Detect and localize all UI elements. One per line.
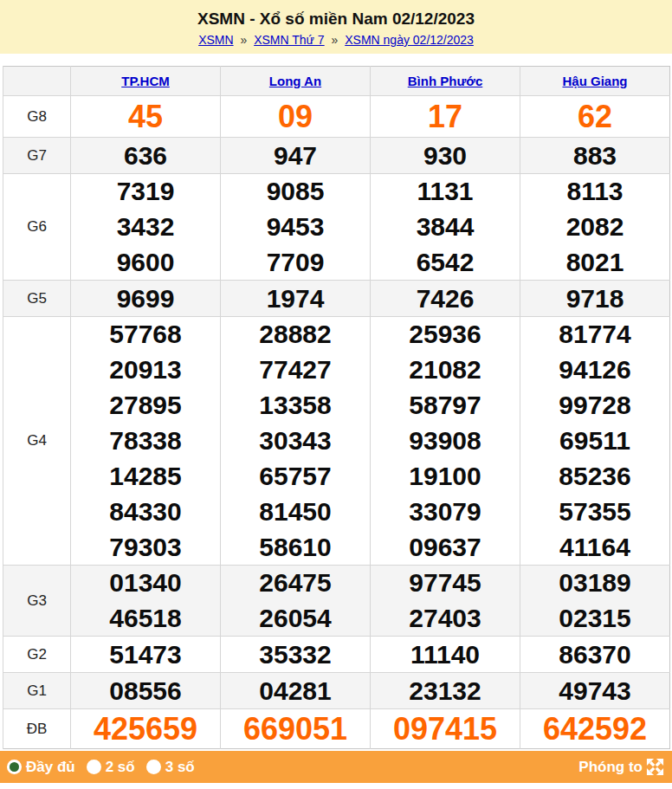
result-number: 930	[371, 138, 520, 174]
breadcrumb-link-xsmn-thu7[interactable]: XSMN Thứ 7	[254, 33, 324, 47]
result-number: 09637	[371, 530, 520, 566]
result-number: 93908	[371, 424, 520, 459]
result-number: 41164	[520, 530, 670, 566]
result-number: 7426	[371, 281, 520, 317]
result-number: 8113	[520, 174, 670, 210]
result-number: 46518	[71, 601, 221, 637]
result-number: 30343	[221, 424, 371, 459]
result-number: 7709	[221, 245, 371, 281]
result-number: 23132	[371, 673, 520, 709]
result-number: 62	[520, 96, 670, 138]
display-option-3so[interactable]: 3 số	[146, 759, 195, 776]
result-number: 425659	[71, 709, 221, 749]
header-banner: XSMN - Xổ số miền Nam 02/12/2023 XSMN » …	[0, 0, 672, 54]
prize-group-g8: G8 45 09 17 62	[3, 96, 670, 138]
result-number: 3844	[371, 210, 520, 245]
footer-bar: Đầy đủ 2 số 3 số Phóng to	[0, 751, 672, 783]
result-number: 65757	[221, 459, 371, 495]
prize-label: G7	[3, 138, 71, 174]
result-number: 7319	[71, 174, 221, 210]
result-number: 94126	[520, 352, 670, 388]
expand-icon	[645, 757, 665, 777]
prize-group-g4: G4 57768 28882 25936 81774 20913 77427 2…	[3, 317, 670, 566]
result-number: 81774	[520, 317, 670, 352]
result-number: 78338	[71, 424, 221, 459]
display-option-label: 2 số	[106, 759, 135, 776]
result-number: 51473	[71, 637, 221, 673]
result-number: 947	[221, 138, 371, 174]
result-number: 2082	[520, 210, 670, 245]
result-number: 14285	[71, 459, 221, 495]
breadcrumb-link-xsmn[interactable]: XSMN	[198, 33, 233, 47]
result-number: 9453	[221, 210, 371, 245]
radio-selected-icon[interactable]	[7, 760, 22, 774]
result-number: 11140	[371, 637, 520, 673]
result-number: 26475	[221, 566, 371, 601]
result-number: 9699	[71, 281, 221, 317]
prize-group-g3: G3 01340 26475 97745 03189 46518 26054 2…	[3, 566, 670, 637]
result-number: 8021	[520, 245, 670, 281]
prize-group-g5: G5 9699 1974 7426 9718	[3, 281, 670, 317]
prize-label: G4	[3, 317, 71, 566]
result-number: 57768	[71, 317, 221, 352]
result-number: 27895	[71, 388, 221, 424]
result-number: 28882	[221, 317, 371, 352]
result-number: 08556	[71, 673, 221, 709]
result-number: 1131	[371, 174, 520, 210]
display-option-label: Đầy đủ	[26, 759, 75, 776]
result-number: 79303	[71, 530, 221, 566]
prize-group-g1: G1 08556 04281 23132 49743	[3, 673, 670, 709]
result-number: 19100	[371, 459, 520, 495]
column-link-tphcm[interactable]: TP.HCM	[121, 74, 170, 88]
result-number: 81450	[221, 495, 371, 530]
column-link-haugiang[interactable]: Hậu Giang	[562, 74, 627, 88]
prize-label: G3	[3, 566, 71, 637]
prize-label: G5	[3, 281, 71, 317]
table-header-row: TP.HCM Long An Bình Phước Hậu Giang	[3, 67, 670, 96]
result-number: 17	[371, 96, 520, 138]
zoom-button[interactable]: Phóng to	[578, 757, 665, 777]
result-number: 097415	[371, 709, 520, 749]
result-number: 04281	[221, 673, 371, 709]
display-option-2so[interactable]: 2 số	[87, 759, 135, 776]
result-number: 97745	[371, 566, 520, 601]
column-link-binhphuoc[interactable]: Bình Phước	[408, 74, 483, 88]
result-number: 33079	[371, 495, 520, 530]
prize-group-g2: G2 51473 35332 11140 86370	[3, 637, 670, 673]
result-number: 57355	[520, 495, 670, 530]
result-number: 09	[221, 96, 371, 138]
prize-label: G2	[3, 637, 71, 673]
result-number: 20913	[71, 352, 221, 388]
radio-icon[interactable]	[146, 760, 161, 774]
result-number: 27403	[371, 601, 520, 637]
result-number: 1974	[221, 281, 371, 317]
result-number: 85236	[520, 459, 670, 495]
result-number: 77427	[221, 352, 371, 388]
result-number: 49743	[520, 673, 670, 709]
display-option-full[interactable]: Đầy đủ	[7, 759, 75, 776]
breadcrumb: XSMN » XSMN Thứ 7 » XSMN ngày 02/12/2023	[0, 33, 672, 47]
prize-label: ĐB	[3, 709, 71, 749]
breadcrumb-separator: »	[240, 33, 247, 47]
result-number: 02315	[520, 601, 670, 637]
result-number: 84330	[71, 495, 221, 530]
result-number: 45	[71, 96, 221, 138]
result-number: 35332	[221, 637, 371, 673]
breadcrumb-separator: »	[332, 33, 339, 47]
prize-group-db: ĐB 425659 669051 097415 642592	[3, 709, 670, 749]
result-number: 03189	[520, 566, 670, 601]
result-number: 6542	[371, 245, 520, 281]
result-number: 9718	[520, 281, 670, 317]
result-number: 669051	[221, 709, 371, 749]
column-link-longan[interactable]: Long An	[269, 74, 321, 88]
zoom-button-label: Phóng to	[578, 759, 643, 776]
result-number: 69511	[520, 424, 670, 459]
result-number: 13358	[221, 388, 371, 424]
result-number: 26054	[221, 601, 371, 637]
result-number: 86370	[520, 637, 670, 673]
breadcrumb-link-xsmn-date[interactable]: XSMN ngày 02/12/2023	[345, 33, 474, 47]
result-number: 58610	[221, 530, 371, 566]
result-number: 9085	[221, 174, 371, 210]
result-number: 642592	[520, 709, 670, 749]
radio-icon[interactable]	[87, 760, 101, 774]
